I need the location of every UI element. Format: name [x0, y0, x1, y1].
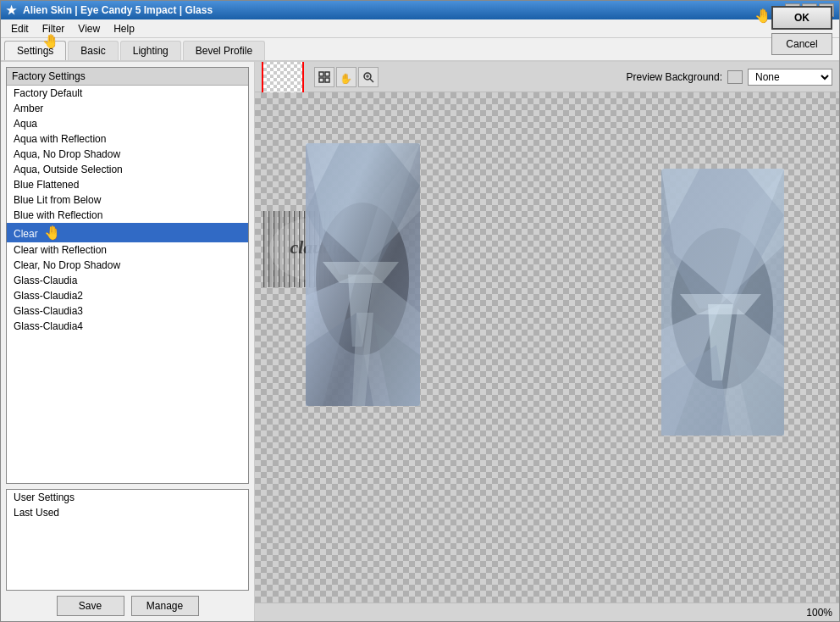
zoom-button[interactable] — [358, 67, 379, 87]
svg-rect-2 — [319, 78, 323, 82]
right-panel: ✋ Preview Background: — [255, 62, 839, 621]
tab-bar: Settings Basic Lighting Bevel Profile — [1, 38, 839, 62]
preview-bg-control: Preview Background: None White Black Cus… — [627, 69, 832, 86]
tab-lighting[interactable]: Lighting — [120, 41, 181, 60]
svg-line-6 — [370, 79, 373, 82]
list-item[interactable]: Glass-Claudia2 — [7, 288, 248, 303]
list-item[interactable]: Blue Lit from Below — [7, 192, 248, 208]
toolbar-icons: ✋ — [314, 67, 379, 87]
bg-color-swatch[interactable] — [727, 70, 743, 84]
last-used-item[interactable]: Last Used — [7, 505, 248, 520]
main-content: Factory Settings Factory Default Amber A… — [1, 62, 839, 621]
zoom-fit-button[interactable] — [314, 67, 334, 87]
main-window: ★ Alien Skin | Eye Candy 5 Impact | Glas… — [0, 0, 840, 622]
list-item[interactable]: Amber — [7, 101, 248, 116]
app-icon: ★ — [6, 3, 19, 17]
svg-rect-1 — [325, 72, 329, 76]
list-item[interactable]: Clear, No Drop Shadow — [7, 258, 248, 273]
glass-panel-right — [661, 169, 784, 436]
svg-rect-0 — [319, 72, 323, 76]
list-item[interactable]: Aqua — [7, 116, 248, 131]
preview-bg-dropdown[interactable]: None White Black Custom — [748, 69, 832, 86]
factory-settings-header: Factory Settings — [7, 68, 248, 86]
glass-svg-right — [661, 169, 784, 436]
svg-rect-26 — [306, 143, 420, 406]
user-settings-item[interactable]: User Settings — [7, 490, 248, 505]
list-item[interactable]: Aqua, No Drop Shadow — [7, 147, 248, 162]
manage-button[interactable]: Manage — [131, 596, 199, 616]
window-title: Alien Skin | Eye Candy 5 Impact | Glass — [23, 4, 785, 16]
preview-canvas: claudia — [255, 92, 839, 603]
svg-rect-3 — [325, 78, 329, 82]
tab-bevel-profile[interactable]: Bevel Profile — [183, 41, 265, 60]
factory-settings-container: Factory Settings Factory Default Amber A… — [6, 67, 249, 484]
menu-view[interactable]: View — [71, 21, 107, 36]
list-item[interactable]: Aqua, Outside Selection — [7, 162, 248, 177]
menu-bar: Edit Filter 🤚 View Help — [1, 19, 839, 38]
list-item[interactable]: Blue with Reflection — [7, 208, 248, 223]
list-item[interactable]: Aqua with Reflection — [7, 131, 248, 147]
list-item[interactable]: Glass-Claudia3 — [7, 303, 248, 319]
factory-settings-list: Factory Default Amber Aqua Aqua with Ref… — [7, 86, 248, 483]
preview-bg-label: Preview Background: — [627, 71, 722, 83]
user-settings-container: User Settings Last Used — [6, 489, 249, 591]
tab-basic[interactable]: Basic — [68, 41, 118, 60]
list-item[interactable]: Factory Default — [7, 86, 248, 101]
menu-filter[interactable]: Filter 🤚 — [36, 21, 72, 36]
left-panel: Factory Settings Factory Default Amber A… — [1, 62, 255, 621]
menu-edit[interactable]: Edit — [4, 21, 36, 36]
list-item[interactable]: Glass-Claudia4 — [7, 319, 248, 334]
hand-icon: ✋ — [340, 70, 353, 84]
left-panel-buttons: Save Manage — [6, 596, 249, 616]
zoom-icon — [362, 70, 375, 84]
glass-panel-left — [306, 143, 420, 406]
title-bar: ★ Alien Skin | Eye Candy 5 Impact | Glas… — [1, 1, 839, 19]
list-item[interactable]: Glass-Claudia — [7, 273, 248, 288]
glass-svg-left — [306, 143, 420, 406]
list-item[interactable]: Clear with Reflection — [7, 242, 248, 258]
hand-tool-button[interactable]: ✋ — [336, 67, 356, 87]
zoom-fit-icon — [318, 70, 331, 84]
list-item[interactable]: Blue Flattened — [7, 177, 248, 192]
zoom-level: 100% — [806, 607, 832, 619]
preview-toolbar: ✋ Preview Background: — [255, 62, 839, 92]
save-button[interactable]: Save — [57, 596, 124, 616]
svg-text:✋: ✋ — [340, 72, 352, 84]
list-item-clear[interactable]: Clear 🤚 — [7, 223, 248, 242]
status-bar: 100% — [255, 603, 839, 621]
tab-settings[interactable]: Settings — [4, 41, 66, 60]
menu-help[interactable]: Help — [107, 21, 141, 36]
svg-rect-38 — [661, 169, 784, 436]
